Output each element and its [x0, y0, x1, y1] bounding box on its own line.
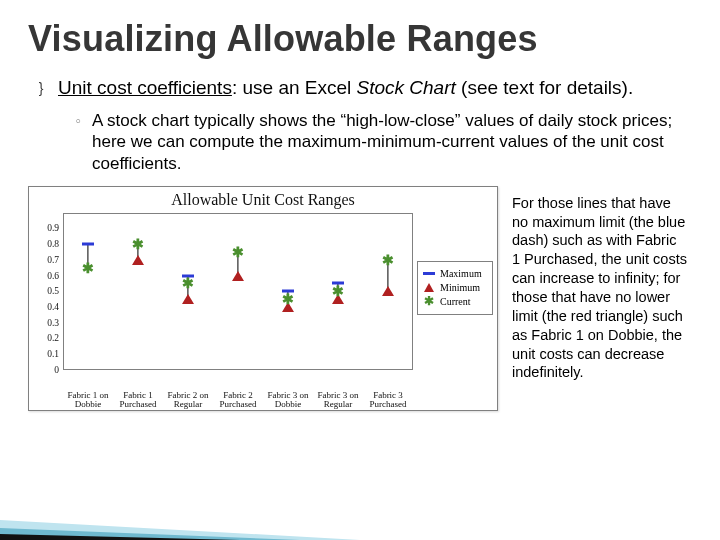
- chart-title: Allowable Unit Cost Ranges: [29, 187, 497, 209]
- legend-item-minimum: Minimum: [422, 282, 488, 294]
- legend-label: Minimum: [440, 282, 480, 293]
- y-tick-label: 0.7: [31, 255, 59, 265]
- x-tick-label: Fabric 1 Purchased: [113, 391, 163, 410]
- side-note: For those lines that have no maximum lim…: [512, 186, 692, 382]
- series-host: ✱✱✱✱✱✱✱: [63, 213, 413, 370]
- svg-marker-1: [0, 528, 300, 540]
- svg-marker-2: [0, 534, 240, 540]
- subbullet-item: ◦ A stock chart typically shows the “hig…: [72, 110, 692, 174]
- y-axis-ticks: 00.10.20.30.40.50.60.70.80.9: [33, 213, 61, 370]
- x-tick-label: Fabric 2 Purchased: [213, 391, 263, 410]
- y-tick-label: 0.4: [31, 302, 59, 312]
- bullet-glyph: }: [34, 76, 48, 100]
- chart-container: Allowable Unit Cost Ranges 00.10.20.30.4…: [28, 186, 498, 411]
- y-tick-label: 0.9: [31, 223, 59, 233]
- chart-legend: Maximum Minimum ✱ Current: [417, 261, 493, 315]
- triangle-icon: [422, 282, 436, 294]
- bullet-rest-1: : use an Excel: [232, 77, 357, 98]
- y-tick-label: 0.2: [31, 333, 59, 343]
- dash-icon: [422, 268, 436, 280]
- y-tick-label: 0.8: [31, 239, 59, 249]
- slide-title: Visualizing Allowable Ranges: [28, 18, 692, 60]
- slide: Visualizing Allowable Ranges } Unit cost…: [0, 0, 720, 540]
- y-tick-label: 0.1: [31, 349, 59, 359]
- x-axis-labels: Fabric 1 on DobbieFabric 1 PurchasedFabr…: [63, 391, 413, 410]
- y-tick-label: 0.5: [31, 286, 59, 296]
- x-tick-label: Fabric 2 on Regular: [163, 391, 213, 410]
- svg-marker-0: [0, 520, 360, 540]
- bullet-underlined: Unit cost coefficients: [58, 77, 232, 98]
- x-tick-label: Fabric 1 on Dobbie: [63, 391, 113, 410]
- legend-label: Maximum: [440, 268, 482, 279]
- legend-label: Current: [440, 296, 471, 307]
- y-tick-label: 0.3: [31, 318, 59, 328]
- x-tick-label: Fabric 3 on Regular: [313, 391, 363, 410]
- y-tick-label: 0: [31, 365, 59, 375]
- subbullet-glyph: ◦: [72, 110, 84, 132]
- content-row: Allowable Unit Cost Ranges 00.10.20.30.4…: [28, 186, 692, 411]
- x-tick-label: Fabric 3 Purchased: [363, 391, 413, 410]
- subbullet-text: A stock chart typically shows the “high-…: [92, 110, 692, 174]
- decorative-wedge: [0, 470, 360, 540]
- chart-body: 00.10.20.30.40.50.60.70.80.9 Fabric 1 on…: [63, 213, 413, 370]
- bullet-text: Unit cost coefficients: use an Excel Sto…: [58, 76, 633, 100]
- legend-item-maximum: Maximum: [422, 268, 488, 280]
- bullet-item: } Unit cost coefficients: use an Excel S…: [34, 76, 692, 100]
- bullet-italic: Stock Chart: [357, 77, 456, 98]
- bullet-rest-2: (see text for details).: [456, 77, 633, 98]
- legend-item-current: ✱ Current: [422, 296, 488, 308]
- maximum-marker: [82, 243, 94, 246]
- x-tick-label: Fabric 3 on Dobbie: [263, 391, 313, 410]
- asterisk-icon: ✱: [422, 296, 436, 308]
- y-tick-label: 0.6: [31, 271, 59, 281]
